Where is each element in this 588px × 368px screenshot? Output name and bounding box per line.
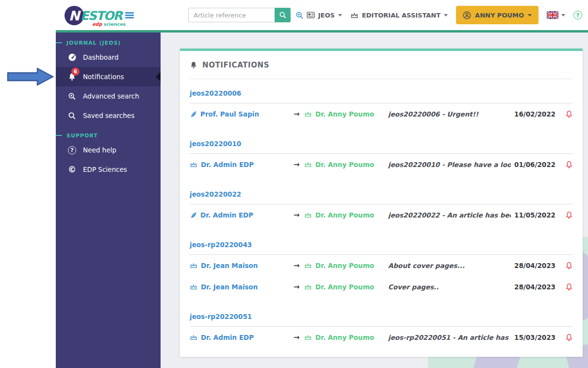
article-search [188, 8, 304, 22]
notification-row[interactable]: Dr. Admin EDP → Dr. Anny Poumo jeos20220… [190, 204, 573, 226]
unread-bell-icon[interactable] [555, 110, 573, 118]
sidebar-item-label: Saved searches [83, 112, 134, 119]
sidebar-item-label: Notifications [83, 73, 124, 81]
question-circle-icon: ? [67, 146, 77, 154]
sender-link[interactable]: Dr. Admin EDP [190, 334, 294, 341]
advanced-search-icon[interactable] [295, 11, 304, 19]
notification-subject[interactable]: jeos20220022 - An article has been... [388, 211, 511, 219]
article-reference-link[interactable]: jeos20220010 [190, 139, 573, 154]
arrow-right-icon: → [294, 283, 304, 291]
search-icon [67, 112, 77, 120]
arrow-right-icon: → [294, 211, 304, 219]
article-reference-link[interactable]: jeos20220022 [190, 190, 573, 204]
sender-link[interactable]: Dr. Admin EDP [190, 211, 294, 219]
article-reference-link[interactable]: jeos-rp20220043 [190, 240, 573, 255]
recipient-link[interactable]: Dr. Anny Poumo [304, 161, 388, 168]
notification-date: 28/04/2023 [511, 262, 555, 269]
crown-icon [350, 12, 359, 19]
sender-link[interactable]: Dr. Jean Maison [190, 262, 294, 269]
edp-logo-text: edp [92, 21, 102, 27]
crown-icon [304, 111, 312, 117]
sidebar-item-advanced-search[interactable]: Advanced search [56, 86, 161, 106]
recipient-link[interactable]: Dr. Anny Poumo [304, 283, 388, 291]
crown-icon [304, 212, 312, 218]
sender-link[interactable]: Dr. Jean Maison [190, 283, 294, 291]
notification-subject[interactable]: jeos20220010 - Please have a look [388, 161, 511, 168]
panel-header: NOTIFICATIONS [190, 51, 573, 79]
user-menu-button[interactable]: ANNY POUMO [456, 6, 539, 24]
arrow-right-icon: → [294, 110, 304, 118]
language-dropdown[interactable] [547, 11, 565, 19]
notification-group: jeos20220006 Prof. Paul Sapin → Dr. Anny… [190, 89, 573, 125]
sender-link[interactable]: Prof. Paul Sapin [190, 110, 294, 118]
feather-icon [190, 111, 197, 118]
user-name-label: ANNY POUMO [475, 12, 524, 19]
bell-icon [190, 61, 197, 69]
notification-row[interactable]: Prof. Paul Sapin → Dr. Anny Poumo jeos20… [190, 103, 573, 125]
crown-icon [190, 334, 197, 341]
journal-label: JEOS [318, 12, 335, 19]
header-underline [56, 30, 588, 33]
article-reference-link[interactable]: jeos-rp20220051 [190, 312, 573, 327]
nestor-logo-estor: ESTOR [81, 9, 122, 23]
notification-group: jeos20220010 Dr. Admin EDP → Dr. Anny Po… [190, 139, 573, 175]
sidebar-item-need-help[interactable]: ? Need help [56, 140, 161, 160]
recipient-link[interactable]: Dr. Anny Poumo [304, 334, 388, 341]
notification-subject[interactable]: jeos-rp20220051 - An article has b... [388, 334, 511, 341]
journal-dropdown[interactable]: JEOS [307, 12, 342, 19]
user-icon [463, 11, 471, 19]
search-button[interactable] [275, 8, 291, 22]
notification-subject[interactable]: Cover pages.. [388, 283, 511, 291]
journal-icon [307, 12, 315, 18]
sidebar-item-label: EDP Sciences [83, 166, 127, 173]
notification-row[interactable]: Dr. Admin EDP → Dr. Anny Poumo jeos-rp20… [190, 327, 573, 348]
menu-toggle-icon[interactable] [125, 12, 134, 18]
arrow-right-icon: → [294, 261, 304, 270]
search-plus-icon [67, 92, 77, 100]
chevron-down-icon [338, 14, 342, 17]
role-label: EDITORIAL ASSISTANT [362, 12, 441, 19]
nestor-logo[interactable]: N ESTOR edp sciences [65, 4, 126, 27]
article-reference-input[interactable] [188, 8, 275, 22]
notification-date: 16/02/2022 [511, 110, 555, 118]
notification-row[interactable]: Dr. Admin EDP → Dr. Anny Poumo jeos20220… [190, 154, 573, 175]
notification-date: 28/04/2023 [511, 283, 555, 291]
sidebar-item-notifications[interactable]: 6 Notifications [56, 67, 161, 86]
crown-icon [190, 284, 197, 290]
unread-bell-icon[interactable] [555, 283, 573, 291]
role-dropdown[interactable]: EDITORIAL ASSISTANT [350, 12, 448, 19]
chevron-down-icon [561, 14, 565, 17]
sciences-logo-text: sciences [104, 21, 126, 27]
unread-bell-icon[interactable] [555, 334, 573, 342]
sender-link[interactable]: Dr. Admin EDP [190, 161, 294, 168]
help-icon[interactable]: ? [573, 11, 582, 19]
unread-bell-icon[interactable] [555, 161, 573, 169]
article-reference-link[interactable]: jeos20220006 [190, 89, 573, 103]
notification-subject[interactable]: jeos20220006 - Urgent!! [388, 110, 511, 118]
sidebar-item-saved-searches[interactable]: Saved searches [56, 106, 161, 125]
notification-row[interactable]: Dr. Jean Maison → Dr. Anny Poumo About c… [190, 255, 573, 276]
notification-row[interactable]: Dr. Jean Maison → Dr. Anny Poumo Cover p… [190, 276, 573, 298]
notification-group: jeos-rp20220051 Dr. Admin EDP → Dr. Anny… [190, 312, 573, 348]
crown-icon [190, 161, 197, 168]
notification-group: jeos-rp20220043 Dr. Jean Maison → Dr. An… [190, 240, 573, 298]
uk-flag-icon [547, 11, 558, 19]
sidebar-item-edp-sciences[interactable]: © EDP Sciences [56, 160, 161, 179]
unread-bell-icon[interactable] [555, 211, 573, 219]
sidebar-item-dashboard[interactable]: Dashboard [56, 48, 161, 67]
sidebar-item-label: Dashboard [83, 53, 118, 61]
notification-date: 11/05/2022 [511, 211, 555, 219]
search-icon [279, 11, 287, 19]
unread-bell-icon[interactable] [555, 262, 573, 270]
header-right-cluster: JEOS EDITORIAL ASSISTANT ANNY POUMO [307, 0, 582, 30]
recipient-link[interactable]: Dr. Anny Poumo [304, 110, 388, 118]
crown-icon [304, 161, 312, 168]
arrow-right-icon: → [294, 160, 304, 169]
recipient-link[interactable]: Dr. Anny Poumo [304, 211, 388, 219]
top-header: N ESTOR edp sciences JEOS [0, 0, 588, 30]
crown-icon [304, 262, 312, 269]
sidebar: JOURNAL (JEOS) Dashboard 6 Notifications… [56, 33, 161, 368]
recipient-link[interactable]: Dr. Anny Poumo [304, 262, 388, 269]
notification-group: jeos20220022 Dr. Admin EDP → Dr. Anny Po… [190, 190, 573, 226]
notification-subject[interactable]: About cover pages... [388, 262, 511, 269]
